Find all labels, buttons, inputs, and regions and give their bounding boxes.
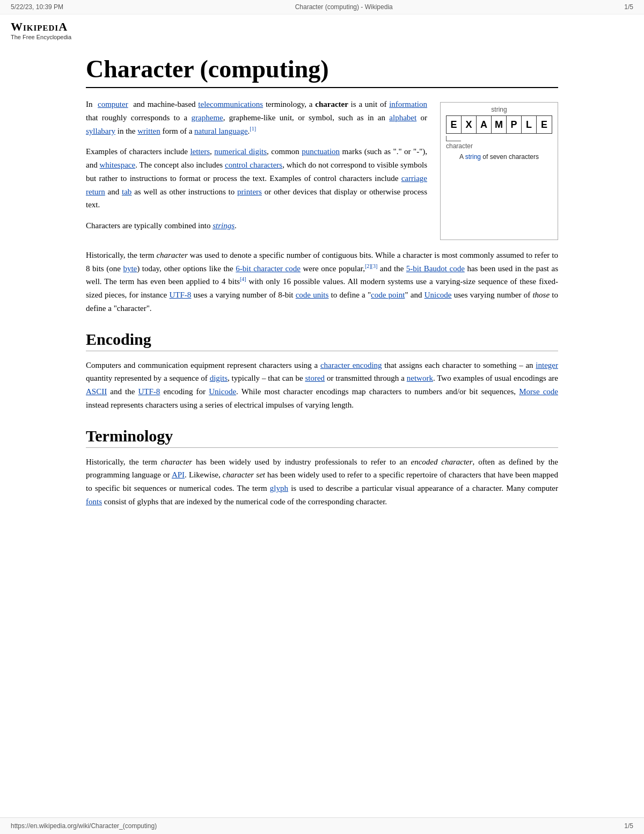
bracket-left <box>446 136 461 141</box>
article-title: Character (computing) <box>86 54 558 88</box>
link-natural-language[interactable]: natural language <box>194 127 248 135</box>
intro-paragraph-3: Characters are typically combined into s… <box>86 219 427 233</box>
link-morse[interactable]: Morse code <box>519 387 558 396</box>
cell-E: E <box>447 116 462 133</box>
ref-2[interactable]: [2] <box>365 263 371 269</box>
link-integer[interactable]: integer <box>536 361 558 369</box>
link-strings[interactable]: strings <box>213 221 235 230</box>
link-information[interactable]: information <box>389 100 427 108</box>
section-terminology-title: Terminology <box>86 427 558 448</box>
browser-tab-title: Character (computing) - Wikipedia <box>295 3 393 11</box>
link-digits[interactable]: digits <box>210 374 228 382</box>
link-network[interactable]: network <box>407 374 433 382</box>
infobox-caption: A string of seven characters <box>444 153 554 161</box>
link-utf8-enc[interactable]: UTF-8 <box>138 387 160 396</box>
intro-section: In computer and machine-based telecommun… <box>86 98 558 240</box>
terminology-paragraph: Historically, the term character has bee… <box>86 455 558 509</box>
wiki-header: WikipediA The Free Encyclopedia <box>0 14 644 43</box>
link-syllabary[interactable]: syllabary <box>86 127 115 135</box>
link-utf8[interactable]: UTF-8 <box>169 291 191 299</box>
wiki-logo[interactable]: WikipediA <box>11 20 633 34</box>
browser-datetime: 5/22/23, 10:39 PM <box>11 3 63 11</box>
link-printers[interactable]: printers <box>237 187 262 196</box>
link-punctuation[interactable]: punctuation <box>302 147 340 156</box>
browser-bar: 5/22/23, 10:39 PM Character (computing) … <box>0 0 644 14</box>
link-letters[interactable]: letters <box>190 147 210 156</box>
link-alphabet[interactable]: alphabet <box>389 113 416 122</box>
ref-3[interactable]: [3] <box>371 263 378 269</box>
link-glyph[interactable]: glyph <box>270 484 288 492</box>
link-api[interactable]: API <box>172 470 185 479</box>
link-tab[interactable]: tab <box>122 187 131 196</box>
link-grapheme[interactable]: grapheme <box>192 113 223 122</box>
cell-X: X <box>462 116 477 133</box>
link-byte[interactable]: byte <box>123 264 137 273</box>
wiki-tagline: The Free Encyclopedia <box>11 34 633 40</box>
ref-1[interactable]: [1] <box>250 126 256 132</box>
link-computer[interactable]: computer <box>98 100 128 108</box>
infobox-char-label: character <box>444 142 554 150</box>
cell-P: P <box>507 116 522 133</box>
section-encoding-title: Encoding <box>86 330 558 351</box>
link-baudot[interactable]: 5-bit Baudot code <box>406 264 465 273</box>
wiki-logo-w: W <box>11 20 23 33</box>
link-unicode-enc[interactable]: Unicode <box>209 387 236 396</box>
link-whitespace[interactable]: whitespace <box>100 161 136 169</box>
link-code-point[interactable]: code point <box>371 291 405 299</box>
string-visual: E X A M P L E <box>446 115 552 134</box>
cell-M: M <box>492 116 507 133</box>
link-control-characters[interactable]: control characters <box>225 161 282 169</box>
link-fonts[interactable]: fonts <box>86 497 102 506</box>
link-6bit[interactable]: 6-bit character code <box>236 264 301 273</box>
wiki-logo-ikipedi: ikipedi <box>23 20 58 33</box>
link-stored[interactable]: stored <box>305 374 325 382</box>
cell-L: L <box>522 116 537 133</box>
browser-page-num: 1/5 <box>624 3 633 11</box>
wiki-logo-a: A <box>58 20 68 33</box>
encoding-paragraph: Computers and communication equipment re… <box>86 359 558 412</box>
intro-paragraph-4: Historically, the term character was use… <box>86 249 558 315</box>
cell-A: A <box>477 116 492 133</box>
link-char-encoding[interactable]: character encoding <box>320 361 382 369</box>
intro-text: In computer and machine-based telecommun… <box>86 98 427 240</box>
char-bracket-row <box>444 135 554 141</box>
intro-paragraph-2: Examples of characters include letters, … <box>86 145 427 212</box>
infobox: string E X A M P L E character A string … <box>440 102 558 240</box>
page-content: Character (computing) In computer and ma… <box>64 43 580 538</box>
intro-paragraph-1: In computer and machine-based telecommun… <box>86 98 427 137</box>
infobox-string-label: string <box>444 106 554 113</box>
link-telecommunications[interactable]: telecommunications <box>198 100 263 108</box>
link-ascii[interactable]: ASCII <box>86 387 107 396</box>
link-numerical-digits[interactable]: numerical digits <box>214 147 267 156</box>
cell-E2: E <box>537 116 552 133</box>
link-code-units[interactable]: code units <box>296 291 329 299</box>
ref-4[interactable]: [4] <box>240 276 246 282</box>
link-written[interactable]: written <box>137 127 160 135</box>
link-unicode[interactable]: Unicode <box>425 291 452 299</box>
infobox-string-link[interactable]: string <box>465 153 481 161</box>
